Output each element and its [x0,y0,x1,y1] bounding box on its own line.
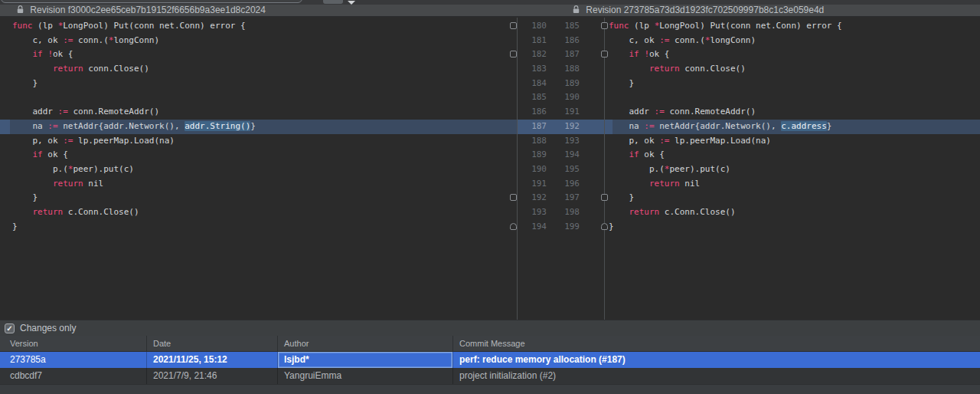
code-text: conn.( [669,35,704,45]
filter-input[interactable] [1,0,302,3]
cell-version[interactable]: 273785a [0,352,147,368]
code-text [609,149,629,159]
lock-icon [17,5,24,17]
line-number: 185 [552,19,580,34]
column-header-author[interactable]: Author [278,336,453,351]
code-text: na [609,121,644,131]
cell-version[interactable]: cdbcdf7 [0,368,147,384]
code-text: } [250,121,256,131]
line-number: 193 [519,205,547,220]
code-line[interactable]: } [609,191,980,205]
line-number: 184 [519,77,547,91]
code-text: c, ok [12,35,63,45]
code-line[interactable]: addr := conn.RemoteAddr() [609,105,980,120]
code-line[interactable]: if ok { [609,148,980,163]
fold-start-marker-icon[interactable] [510,22,517,29]
changes-only-label[interactable]: Changes only [20,323,76,334]
cell-date[interactable]: 2021/11/25, 15:12 [147,352,278,368]
left-line-numbers: 1801811821831841851861871881891901911921… [519,19,547,234]
code-line[interactable]: } [609,77,980,91]
left-revision-text: Revision f3000c2ee65ceb7b19152f6656b9a3e… [30,5,266,15]
table-header-row: Version Date Author Commit Message [0,336,980,352]
code-text: LongPool) Put(conn net.Conn) error { [659,21,841,31]
code-line[interactable]: p.(*peer).put(c) [609,163,980,177]
diff-editor[interactable]: func (lp *LongPool) Put(conn net.Conn) e… [0,18,980,320]
code-text: return [649,179,680,189]
code-text: } [609,192,634,202]
code-line[interactable]: } [609,220,980,235]
code-text: conn.Close() [680,64,746,74]
code-line[interactable] [12,90,516,105]
code-line[interactable]: func (lp *LongPool) Put(conn net.Conn) e… [12,19,516,34]
cell-author[interactable]: YangruiEmma [278,368,453,384]
code-text: netAddr{addr.Network(), [58,121,185,131]
code-line[interactable]: } [12,220,516,235]
right-line-numbers: 1851861871881891901911921931941951961971… [552,19,580,234]
code-line[interactable]: return conn.Close() [12,62,516,77]
code-line[interactable]: return c.Conn.Close() [12,205,516,220]
code-line[interactable]: return conn.Close() [609,62,980,77]
code-text: ! [47,49,53,59]
fold-start-marker-icon[interactable] [510,51,517,57]
code-line[interactable]: return nil [609,177,980,192]
code-text: := [63,136,73,146]
code-line[interactable]: return c.Conn.Close() [609,205,980,220]
code-line[interactable]: } [12,191,516,205]
fold-end-marker-icon[interactable] [510,223,517,230]
code-line[interactable]: if !ok { [609,48,980,62]
code-text: longConn) [710,35,756,45]
code-line[interactable] [609,90,980,105]
code-line[interactable]: na := netAddr{addr.Network(), addr.Strin… [12,120,516,134]
fold-start-marker-icon[interactable] [601,22,608,29]
right-editor-pane[interactable]: func (lp *LongPool) Put(conn net.Conn) e… [605,19,980,234]
code-text: := [644,121,654,131]
lock-icon [573,5,580,17]
code-text: p.( [609,164,665,174]
code-line[interactable]: return nil [12,177,516,192]
code-text: nil [83,179,104,189]
fold-start-marker-icon[interactable] [601,194,608,201]
fold-end-marker-icon[interactable] [601,223,608,230]
code-line[interactable]: if ok { [12,148,516,163]
code-line[interactable]: c, ok := conn.(*longConn) [12,34,516,48]
cell-author[interactable]: lsjbd* [278,352,453,368]
code-text: } [827,121,832,131]
right-revision-title: Revision 273785a73d3d1923fc702509997b8c1… [573,5,824,17]
code-text [12,64,53,74]
code-line[interactable]: p.(*peer).put(c) [12,163,516,177]
line-number: 188 [519,134,547,149]
code-line[interactable]: func (lp *LongPool) Put(conn net.Conn) e… [609,19,980,34]
changes-only-checkbox[interactable]: ✓ [5,323,15,333]
code-line[interactable]: } [12,77,516,91]
code-text: } [12,78,38,88]
column-header-version[interactable]: Version [0,336,147,351]
code-text: (lp [33,21,58,31]
code-line[interactable]: na := netAddr{addr.Network(), c.address} [609,120,980,134]
code-line[interactable]: c, ok := conn.(*longConn) [609,34,980,48]
fold-start-marker-icon[interactable] [510,194,517,201]
code-text: (lp [629,21,655,31]
code-text: conn.RemoteAddr() [665,107,756,117]
toolbar-mini-button[interactable] [323,0,343,4]
table-row[interactable]: cdbcdf72021/7/9, 21:46YangruiEmmaproject… [0,368,980,384]
code-text: } [12,192,38,202]
line-number: 186 [552,34,580,48]
cell-date[interactable]: 2021/7/9, 21:46 [147,368,278,384]
changed-fragment: addr.String() [185,121,250,131]
cell-message[interactable]: perf: reduce memory allocation (#187) [453,352,980,368]
table-row[interactable]: 273785a2021/11/25, 15:12lsjbd*perf: redu… [0,352,980,368]
left-editor-pane[interactable]: func (lp *LongPool) Put(conn net.Conn) e… [0,19,516,234]
code-text [12,207,33,217]
code-text: p.( [12,164,68,174]
code-line[interactable]: p, ok := lp.peerMap.Load(na) [609,134,980,149]
fold-start-marker-icon[interactable] [601,51,608,57]
line-number: 192 [552,120,580,134]
code-line[interactable]: if !ok { [12,48,516,62]
column-header-message[interactable]: Commit Message [453,336,980,351]
code-line[interactable]: p, ok := lp.peerMap.Load(na) [12,134,516,149]
column-header-date[interactable]: Date [147,336,278,351]
code-text: c, ok [609,35,659,45]
code-text: if [33,149,43,159]
code-line[interactable]: addr := conn.RemoteAddr() [12,105,516,120]
cell-message[interactable]: project initialization (#2) [453,368,980,384]
